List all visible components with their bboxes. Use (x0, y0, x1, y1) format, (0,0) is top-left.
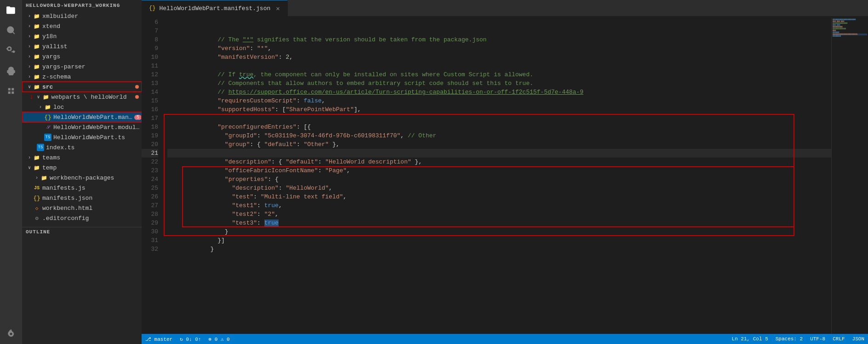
folder-icon: 📁 (33, 23, 40, 30)
indent-info[interactable]: Spaces: 2 (776, 336, 803, 342)
code-line-26: "test1": true, (167, 192, 831, 201)
code-line-21: "description": { "default": "HelloWorld … (167, 149, 831, 158)
collapse-arrow: ∨ (35, 94, 42, 100)
sidebar-item-workbench-packages[interactable]: › 📁 workbench-packages (22, 173, 142, 183)
sidebar-item-loc[interactable]: › 📁 loc (22, 102, 142, 112)
explorer-root-label: HELLOWORLD-WEBPART3_WORKING (22, 0, 142, 11)
folder-icon: 📁 (44, 103, 51, 111)
sidebar: HELLOWORLD-WEBPART3_WORKING › 📁 xmlbuild… (22, 0, 142, 344)
modified-indicator (135, 95, 139, 99)
folder-icon: 📁 (42, 93, 50, 101)
extensions-icon[interactable] (5, 85, 17, 97)
folder-icon: 📁 (33, 73, 40, 80)
code-line-7: // The "*" signifies that the version sh… (167, 27, 831, 35)
sidebar-item-manifests-json[interactable]: {} manifests.json (22, 193, 142, 203)
code-line-18: "groupId": "5c03119e-3074-46fd-976b-c601… (167, 123, 831, 131)
code-line-12: // Components that allow authors to embe… (167, 70, 831, 79)
status-right: Ln 21, Col 5 Spaces: 2 UTF-8 CRLF JSON (732, 336, 864, 342)
sidebar-item-z-schema[interactable]: › 📁 z-schema (22, 72, 142, 82)
sidebar-item-manifests-js[interactable]: JS manifests.js (22, 183, 142, 193)
collapse-arrow: › (26, 155, 33, 160)
git-branch[interactable]: ⎇ master (145, 336, 172, 342)
collapse-arrow: › (26, 34, 33, 39)
status-bar: ⎇ master ↻ 0↓ 0↑ ⊗ 0 ⚠ 0 Ln 21, Col 5 Sp… (142, 334, 868, 344)
folder-icon: 📁 (33, 53, 40, 60)
modified-indicator (135, 85, 139, 89)
code-line-25: "test": "Multi-line text field", (167, 184, 831, 192)
code-line-29: } (167, 219, 831, 227)
sidebar-item-manifest-json[interactable]: {} HelloWorldWebPart.manifest.json 5 (22, 112, 142, 122)
error-status[interactable]: ⊗ 0 ⚠ 0 (208, 336, 229, 342)
code-line-10 (167, 53, 831, 62)
search-icon[interactable] (5, 24, 17, 37)
tab-close-icon[interactable]: ✕ (276, 5, 280, 12)
sidebar-item-module-scss[interactable]: 𝒮 HelloWorldWebPart.module.scss (22, 122, 142, 132)
code-line-30: }] (167, 227, 831, 236)
folder-icon: 📁 (33, 154, 40, 161)
source-control-icon[interactable] (5, 44, 17, 57)
activity-bar (0, 0, 22, 344)
code-line-15: "supportedHosts": ["SharePointWebPart"], (167, 96, 831, 105)
sidebar-item-y18n[interactable]: › 📁 y18n (22, 31, 142, 41)
scss-file-icon: 𝒮 (44, 124, 51, 131)
folder-icon: 📁 (40, 174, 48, 181)
tab-manifest-json[interactable]: {} HelloWorldWebPart.manifest.json ✕ (142, 0, 288, 16)
collapse-arrow: › (26, 54, 33, 59)
sidebar-item-yargs[interactable]: › 📁 yargs (22, 51, 142, 62)
code-line-14: "requiresCustomScript": false, (167, 88, 831, 96)
sidebar-item-xmlbuilder[interactable]: › 📁 xmlbuilder (22, 11, 142, 21)
sidebar-item-src[interactable]: ∨ 📁 src (22, 82, 142, 92)
collapse-arrow: › (37, 105, 44, 110)
json-file-icon: {} (44, 113, 51, 121)
code-editor: 6 7 8 9 10 11 12 13 14 15 16 17 18 19 20… (142, 16, 868, 334)
sidebar-item-webpart-ts[interactable]: TS HelloWorldWebPart.ts (22, 132, 142, 142)
explorer-icon[interactable] (5, 4, 17, 17)
code-line-13: // https://support.office.com/en-us/arti… (167, 79, 831, 88)
encoding[interactable]: UTF-8 (810, 336, 825, 342)
red-down-arrow: ↓ (29, 93, 34, 101)
sidebar-item-webparts-helloworld[interactable]: ↓ ∨ 📁 webparts \ helloWorld (22, 92, 142, 102)
cursor-position[interactable]: Ln 21, Col 5 (732, 336, 768, 342)
sidebar-item-temp[interactable]: ∨ 📁 temp (22, 163, 142, 173)
sidebar-item-yargs-parser[interactable]: › 📁 yargs-parser (22, 62, 142, 72)
line-numbers: 6 7 8 9 10 11 12 13 14 15 16 17 18 19 20… (142, 18, 164, 334)
folder-icon: 📁 (33, 12, 40, 20)
folder-icon: 📁 (33, 43, 40, 50)
collapse-arrow: ∨ (26, 84, 33, 90)
html-file-icon: ◇ (33, 204, 40, 212)
sidebar-item-yallist[interactable]: › 📁 yallist (22, 41, 142, 51)
line-ending[interactable]: CRLF (833, 336, 845, 342)
minimap: ████████████████████████████ ████ ████ █… (831, 18, 868, 334)
outline-section-label: OUTLINE (22, 227, 142, 237)
code-line-8: "version": "*", (167, 35, 831, 44)
sidebar-item-index-ts[interactable]: TS index.ts (22, 142, 142, 152)
folder-icon: 📁 (33, 63, 40, 70)
sidebar-item-workbench-html[interactable]: ◇ workbench.html (22, 203, 142, 213)
minimap-content: ████████████████████████████ ████ ████ █… (832, 18, 868, 38)
sidebar-item-xtend[interactable]: › 📁 xtend (22, 21, 142, 31)
ts-file-icon: TS (37, 144, 44, 151)
collapse-arrow: ∨ (26, 165, 33, 170)
config-file-icon: ⚙ (33, 214, 40, 222)
sidebar-item-editorconfig[interactable]: ⚙ .editorconfig (22, 213, 142, 223)
badge-count: 5 (134, 115, 142, 120)
folder-icon: 📁 (33, 83, 40, 90)
code-line-32 (167, 245, 831, 254)
code-line-6 (167, 18, 831, 27)
debug-icon[interactable] (5, 64, 17, 77)
editor-tabs: {} HelloWorldWebPart.manifest.json ✕ (142, 0, 868, 16)
collapse-arrow: › (26, 24, 33, 29)
language-mode[interactable]: JSON (852, 336, 864, 342)
code-line-28: "test3": true (167, 210, 831, 219)
code-line-24: "description": "HelloWorld", (167, 175, 831, 184)
code-line-19: "group": { "default": "Other" }, (167, 131, 831, 140)
sync-status[interactable]: ↻ 0↓ 0↑ (180, 336, 201, 342)
settings-icon[interactable] (5, 327, 17, 340)
sidebar-item-teams[interactable]: › 📁 teams (22, 152, 142, 163)
js-file-icon: JS (33, 184, 40, 192)
collapse-arrow: › (33, 175, 40, 180)
code-content: → // The "*" signifies that the version … (164, 18, 831, 334)
ts-file-icon: TS (44, 134, 51, 141)
code-line-20: "title": { "default": "HelloWorld" }, (167, 140, 831, 149)
code-line-17: "preconfiguredEntries": [{ (167, 114, 831, 123)
